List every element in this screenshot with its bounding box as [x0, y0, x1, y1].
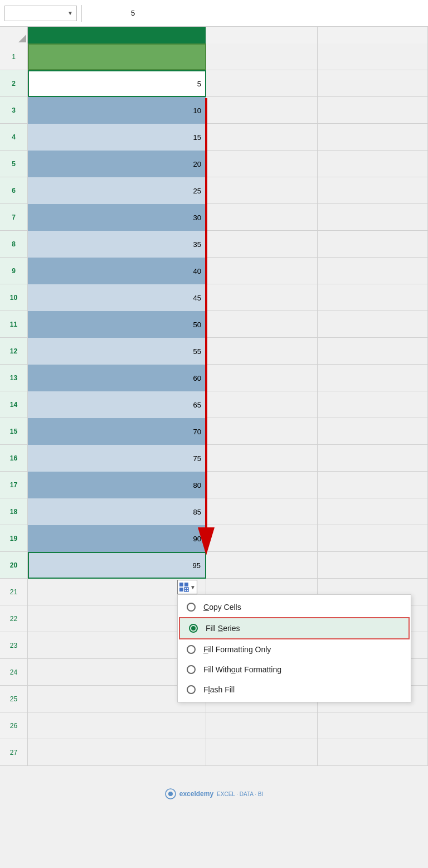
cell-b10[interactable] — [206, 284, 318, 311]
cell-c4[interactable] — [318, 124, 428, 151]
spreadsheet: 1 2 5 3 10 4 15 5 20 — [0, 27, 428, 766]
row-num-11: 11 — [0, 311, 28, 337]
grid-row-11: 11 50 — [0, 311, 428, 338]
cell-a8[interactable]: 35 — [28, 231, 206, 258]
svg-rect-4 — [179, 588, 183, 591]
cell-a11[interactable]: 50 — [28, 311, 206, 338]
cell-a2[interactable]: 5 — [28, 70, 206, 97]
data-rows: 2 5 3 10 4 15 5 20 6 25 7 — [0, 70, 428, 579]
cell-a4[interactable]: 15 — [28, 124, 206, 151]
cell-c14[interactable] — [318, 391, 428, 418]
name-box[interactable]: ▼ — [4, 6, 77, 21]
cell-c7[interactable] — [318, 204, 428, 231]
formula-input[interactable] — [129, 6, 424, 21]
cell-a13[interactable]: 60 — [28, 365, 206, 391]
cell-c2[interactable] — [318, 70, 428, 97]
grid-row-6: 6 25 — [0, 177, 428, 204]
cell-c26[interactable] — [318, 712, 428, 739]
cell-a15[interactable]: 70 — [28, 418, 206, 445]
cell-b9[interactable] — [206, 258, 318, 284]
cell-b19[interactable] — [206, 525, 318, 552]
cell-a14[interactable]: 65 — [28, 391, 206, 418]
cell-b17[interactable] — [206, 472, 318, 498]
cell-a3[interactable]: 10 — [28, 97, 206, 124]
cell-a19[interactable]: 90 — [28, 525, 206, 552]
col-header-b[interactable] — [206, 27, 318, 43]
confirm-button[interactable] — [104, 6, 120, 21]
cell-c18[interactable] — [318, 498, 428, 525]
cell-c10[interactable] — [318, 284, 428, 311]
dropdown-item-copy-cells[interactable]: Copy Cells — [178, 597, 411, 617]
autofill-dropdown: Copy CellsFill SeriesFill Formatting Onl… — [177, 594, 411, 702]
cell-a9[interactable]: 40 — [28, 258, 206, 284]
corner-cell[interactable] — [0, 27, 28, 43]
cell-b15[interactable] — [206, 418, 318, 445]
grid-row-3: 3 10 — [0, 97, 428, 124]
cell-b5[interactable] — [206, 151, 318, 177]
dropdown-item-flash-fill[interactable]: Flash Fill — [178, 680, 411, 700]
cell-b4[interactable] — [206, 124, 318, 151]
cell-b2[interactable] — [206, 70, 318, 97]
cell-a10[interactable]: 45 — [28, 284, 206, 311]
cell-c12[interactable] — [318, 338, 428, 365]
cell-c20[interactable] — [318, 552, 428, 579]
cell-a12[interactable]: 55 — [28, 338, 206, 365]
row-num-3: 3 — [0, 97, 28, 123]
name-box-dropdown-icon[interactable]: ▼ — [67, 10, 73, 16]
label-fill-without: Fill Without Formatting — [203, 665, 281, 674]
cell-b14[interactable] — [206, 391, 318, 418]
cell-c5[interactable] — [318, 151, 428, 177]
cell-b6[interactable] — [206, 177, 318, 204]
cell-c3[interactable] — [318, 97, 428, 124]
cell-c16[interactable] — [318, 445, 428, 472]
cell-c27[interactable] — [318, 739, 428, 766]
grid-row-13: 13 60 — [0, 365, 428, 391]
autofill-options-button[interactable]: ▼ — [177, 580, 197, 594]
cell-b27[interactable] — [206, 739, 318, 766]
dropdown-item-fill-without[interactable]: Fill Without Formatting — [178, 660, 411, 680]
cell-a1[interactable] — [28, 43, 206, 70]
row-num-12: 12 — [0, 338, 28, 364]
cell-b8[interactable] — [206, 231, 318, 258]
cell-a20[interactable]: 95 — [28, 552, 206, 579]
cell-a5[interactable]: 20 — [28, 151, 206, 177]
cell-c1[interactable] — [318, 43, 428, 70]
cell-c6[interactable] — [318, 177, 428, 204]
cell-a18[interactable]: 85 — [28, 498, 206, 525]
cell-c17[interactable] — [318, 472, 428, 498]
cell-a16[interactable]: 75 — [28, 445, 206, 472]
cell-b16[interactable] — [206, 445, 318, 472]
cell-a6[interactable]: 25 — [28, 177, 206, 204]
cell-c13[interactable] — [318, 365, 428, 391]
cell-b20[interactable] — [206, 552, 318, 579]
autofill-icon — [179, 582, 189, 592]
radio-fill-series — [189, 624, 198, 633]
cell-c19[interactable] — [318, 525, 428, 552]
cell-c8[interactable] — [318, 231, 428, 258]
cell-b7[interactable] — [206, 204, 318, 231]
row-num-18: 18 — [0, 498, 28, 525]
cell-b13[interactable] — [206, 365, 318, 391]
cancel-button[interactable] — [86, 6, 102, 21]
cell-c11[interactable] — [318, 311, 428, 338]
cell-b26[interactable] — [206, 712, 318, 739]
cell-a26[interactable] — [28, 712, 206, 739]
cell-c15[interactable] — [318, 418, 428, 445]
cell-a17[interactable]: 80 — [28, 472, 206, 498]
dropdown-item-fill-formatting[interactable]: Fill Formatting Only — [178, 639, 411, 660]
cell-b12[interactable] — [206, 338, 318, 365]
grid-row-18: 18 85 — [0, 498, 428, 525]
dropdown-item-fill-series[interactable]: Fill Series — [179, 617, 410, 639]
col-header-c[interactable] — [318, 27, 428, 43]
row-num-26: 26 — [0, 712, 28, 739]
cell-a27[interactable] — [28, 739, 206, 766]
row-num-24: 24 — [0, 659, 28, 685]
row-num-25: 25 — [0, 686, 28, 712]
cell-b18[interactable] — [206, 498, 318, 525]
cell-c9[interactable] — [318, 258, 428, 284]
cell-b1[interactable] — [206, 43, 318, 70]
cell-a7[interactable]: 30 — [28, 204, 206, 231]
col-header-a[interactable] — [28, 27, 206, 43]
cell-b11[interactable] — [206, 311, 318, 338]
cell-b3[interactable] — [206, 97, 318, 124]
